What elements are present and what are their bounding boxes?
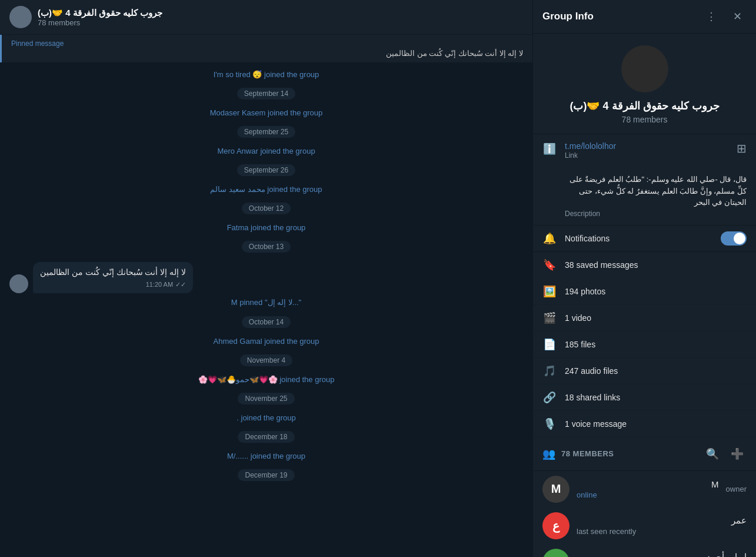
- chat-header: جروب كليه حقوق الفرقة 4 🤝(ب) 78 members: [0, 0, 532, 35]
- pin-action-text: pinned: [239, 298, 265, 307]
- member-row[interactable]: ع عمر last seen recently: [533, 508, 756, 544]
- description-label: Description: [565, 210, 747, 218]
- member-row[interactable]: M M online owner: [533, 471, 756, 508]
- links-label: 18 shared links: [565, 393, 620, 402]
- search-members-button[interactable]: 🔍: [703, 445, 722, 463]
- join-user: M/......: [227, 452, 248, 460]
- group-name-large: جروب كليه حقوق الفرقة 4 🤝(ب): [570, 100, 719, 112]
- panel-header-actions: ⋮ ✕: [702, 7, 747, 26]
- date-pill: December 18: [238, 431, 294, 443]
- message-bubble: لا إله إلا أنت سُبحانك إنّي كُنت من الظا…: [33, 262, 193, 293]
- join-message: Ahmed Gamal joined the group: [0, 335, 532, 347]
- member-row[interactable]: إ إيهاب أحمد last seen recently: [533, 544, 756, 558]
- mic-icon: 🎙️: [542, 417, 557, 430]
- join-action: joined the group: [251, 452, 305, 460]
- member-avatar: ع: [542, 512, 570, 539]
- member-avatar: إ: [542, 549, 570, 558]
- date-pill: October 14: [242, 316, 291, 328]
- add-member-button[interactable]: ➕: [728, 445, 747, 463]
- photos-row[interactable]: 🖼️ 194 photos: [533, 278, 756, 305]
- pin-preview: "لا إله إل...": [265, 298, 301, 307]
- member-status: last seen recently: [577, 527, 747, 536]
- member-role: owner: [726, 485, 747, 493]
- join-message: Modaser Kasem joined the group: [0, 107, 532, 119]
- notifications-row: 🔔 Notifications: [533, 226, 756, 252]
- panel-title: Group Info: [542, 11, 594, 22]
- member-status: online: [577, 490, 719, 499]
- files-row[interactable]: 📄 185 files: [533, 331, 756, 358]
- join-user: محمد سعيد سالم: [210, 185, 265, 194]
- photos-label: 194 photos: [565, 287, 605, 296]
- date-pill: November 25: [238, 393, 294, 405]
- pinned-system-msg: M pinned "لا إله إل...": [0, 296, 532, 309]
- date-separator: November 25: [0, 390, 532, 407]
- pinned-text: لا إله إلا أنت سُبحانك إنّي كُنت من الظا…: [11, 49, 523, 58]
- saved-messages-row[interactable]: 🔖 38 saved messages: [533, 252, 756, 278]
- close-panel-button[interactable]: ✕: [728, 7, 747, 26]
- video-row[interactable]: 🎬 1 video: [533, 305, 756, 331]
- join-message: 🌸💗🦋🐣حمو🦋💗🌸 joined the group: [0, 373, 532, 386]
- date-pill: November 4: [240, 354, 292, 366]
- bubble-text: لا إله إلا أنت سُبحانك إنّي كُنت من الظا…: [40, 267, 186, 278]
- member-info: M online: [577, 479, 719, 499]
- voice-row[interactable]: 🎙️ 1 voice message: [533, 411, 756, 437]
- saved-messages-label: 38 saved messages: [565, 260, 638, 270]
- chat-panel: جروب كليه حقوق الفرقة 4 🤝(ب) 78 members …: [0, 0, 532, 557]
- qr-icon[interactable]: ⊞: [737, 141, 747, 155]
- voice-label: 1 voice message: [565, 419, 627, 429]
- message-time: 11:20 AM: [146, 281, 173, 288]
- join-action: joined the group: [264, 337, 319, 346]
- notifications-toggle[interactable]: [721, 231, 747, 246]
- info-icon: ℹ️: [542, 142, 557, 155]
- member-name: M: [577, 479, 719, 489]
- date-separator: November 4: [0, 352, 532, 369]
- link-icon: 🔗: [542, 391, 557, 404]
- date-separator: September 14: [0, 85, 532, 102]
- read-receipt-icon: ✓✓: [175, 281, 186, 289]
- chat-name: جروب كليه حقوق الفرقة 4 🤝(ب): [38, 8, 162, 18]
- notifications-label: Notifications: [565, 234, 712, 243]
- audio-row[interactable]: 🎵 247 audio files: [533, 358, 756, 384]
- pin-actor: M: [231, 298, 238, 307]
- sender-avatar: [9, 274, 28, 293]
- date-pill: October 12: [242, 203, 291, 214]
- join-user: 🌸💗🦋🐣حمو🦋💗🌸: [198, 375, 278, 384]
- photo-icon: 🖼️: [542, 285, 557, 298]
- join-message: Mero Anwar joined the group: [0, 145, 532, 157]
- date-pill: December 19: [238, 469, 294, 481]
- join-message: M/...... joined the group: [0, 450, 532, 462]
- message-wrapper: لا إله إلا أنت سُبحانك إنّي كُنت من الظا…: [0, 260, 532, 296]
- join-action: joined the group: [268, 108, 322, 117]
- join-user: Ahmed Gamal: [214, 337, 262, 346]
- date-separator: December 19: [0, 467, 532, 483]
- join-action: joined the group: [260, 147, 315, 155]
- file-icon: 📄: [542, 338, 557, 351]
- pinned-message-bar[interactable]: Pinned message لا إله إلا أنت سُبحانك إن…: [0, 35, 532, 62]
- chat-messages[interactable]: I'm so tired 😴️ joined the group Septemb…: [0, 62, 532, 557]
- link-label: Link: [565, 151, 728, 160]
- join-user: Fatma: [227, 223, 249, 232]
- date-pill: September 26: [237, 164, 295, 176]
- group-link[interactable]: t.me/lolololhor: [565, 141, 728, 151]
- join-message: Fatma joined the group: [0, 221, 532, 234]
- media-section: 🔖 38 saved messages 🖼️ 194 photos 🎬 1 vi…: [533, 252, 756, 437]
- link-section: ℹ️ t.me/lolololhor Link ⊞ قال، قال -صلي …: [533, 134, 756, 226]
- group-info-panel: Group Info ⋮ ✕ جروب كليه حقوق الفرقة 4 🤝…: [532, 0, 756, 557]
- link-row: ℹ️ t.me/lolololhor Link ⊞: [533, 134, 756, 167]
- links-row[interactable]: 🔗 18 shared links: [533, 384, 756, 411]
- chat-header-info: جروب كليه حقوق الفرقة 4 🤝(ب) 78 members: [38, 8, 162, 27]
- join-user: Modaser Kasem: [210, 108, 266, 117]
- date-separator: September 26: [0, 162, 532, 178]
- bell-icon: 🔔: [542, 232, 557, 245]
- join-action: joined the group: [267, 185, 322, 194]
- date-separator: October 12: [0, 200, 532, 217]
- more-options-button[interactable]: ⋮: [702, 7, 721, 26]
- join-action: joined the group: [264, 70, 319, 79]
- date-pill: September 14: [237, 88, 295, 100]
- members-count-label: 78 MEMBERS: [561, 449, 614, 458]
- member-info: عمر last seen recently: [577, 515, 747, 536]
- members-header: 👥 78 MEMBERS 🔍 ➕: [533, 437, 756, 471]
- join-user: I'm so tired 😴️: [214, 70, 262, 79]
- member-info: إيهاب أحمد last seen recently: [577, 552, 747, 557]
- chat-members: 78 members: [38, 18, 162, 27]
